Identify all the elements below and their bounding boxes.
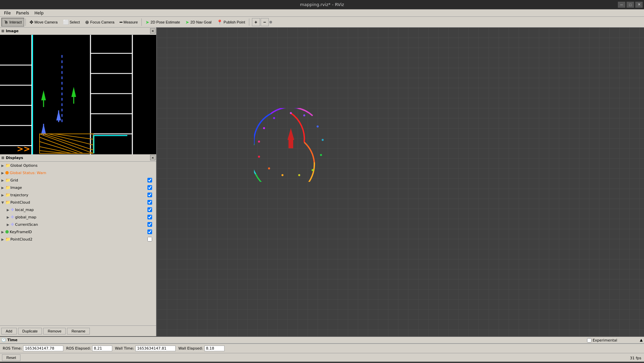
focus-camera-label: Focus Camera	[90, 20, 114, 24]
folder-icon-image: 📁	[5, 185, 10, 190]
svg-marker-48	[287, 128, 294, 140]
image-canvas: >>	[0, 35, 156, 154]
display-item-pointcloud2[interactable]: ▶ 📁 PointCloud2	[0, 236, 156, 243]
label-global-status: Global Status: Warn	[10, 171, 155, 175]
image-panel-grid-icon: ⊞	[1, 29, 4, 33]
folder-icon-global-options: 📁	[5, 163, 10, 168]
menu-file[interactable]: File	[1, 10, 13, 16]
pose-estimate-button[interactable]: ➤ 2D Pose Estimate	[143, 18, 182, 27]
time-panel-expand-icon[interactable]: ▲	[640, 338, 643, 342]
display-item-trajectory[interactable]: ▶ 📁 trajectory	[0, 191, 156, 199]
remove-button[interactable]: Remove	[43, 328, 66, 334]
display-item-global-options[interactable]: ▶ 📁 Global Options	[0, 162, 156, 169]
publish-point-button[interactable]: 📍 Publish Point	[214, 18, 247, 27]
window-controls: ─ □ ✕	[618, 2, 643, 8]
time-panel-title: Time	[7, 338, 17, 342]
expand-icon-global-options: ▶	[1, 164, 5, 167]
window-title: mapping.rviz* - RViz	[300, 2, 344, 7]
measure-icon: ━	[120, 19, 122, 25]
move-camera-button[interactable]: ✥ Move Camera	[27, 18, 60, 27]
focus-camera-icon: ⊕	[85, 19, 89, 25]
display-item-global-map[interactable]: ▶ ✤ global_map	[0, 213, 156, 221]
checkbox-trajectory[interactable]	[147, 193, 152, 197]
separator-2	[141, 18, 142, 26]
title-bar: mapping.rviz* - RViz ─ □ ✕	[0, 0, 644, 9]
ros-elapsed-label: ROS Elapsed:	[66, 346, 91, 351]
display-item-keyframeid[interactable]: ▶ KeyFrameID	[0, 228, 156, 236]
expand-icon-grid: ▶	[1, 178, 5, 182]
menu-panels[interactable]: Panels	[13, 10, 32, 16]
lidar-scan-display	[254, 108, 328, 182]
reset-button[interactable]: Reset	[2, 354, 20, 361]
checkbox-grid[interactable]	[147, 178, 152, 183]
bottom-bar: ROS Time: 1653634147.78 ROS Elapsed: 8.2…	[0, 344, 644, 353]
expand-icon-global-status: ▶	[1, 171, 5, 175]
status-bar: Reset 31 fps	[0, 353, 644, 362]
display-item-pointcloud[interactable]: ▼ 📁 PointCloud	[0, 199, 156, 206]
fps-display: 31 fps	[630, 356, 641, 360]
checkbox-local-map[interactable]	[147, 207, 152, 212]
displays-footer: Add Duplicate Remove Rename	[0, 325, 156, 336]
nav-goal-button[interactable]: ➤ 2D Nav Goal	[183, 18, 214, 27]
display-item-global-status[interactable]: ▶ Global Status: Warn	[0, 169, 156, 176]
expand-icon-global-map: ▶	[7, 215, 11, 219]
checkbox-keyframeid[interactable]	[147, 229, 152, 234]
svg-point-37	[317, 125, 319, 127]
display-item-image[interactable]: ▶ 📁 Image	[0, 184, 156, 191]
folder-icon-trajectory: 📁	[5, 193, 10, 197]
maximize-button[interactable]: □	[627, 2, 634, 8]
svg-point-47	[273, 117, 275, 119]
add-button[interactable]: Add	[1, 328, 17, 334]
close-button[interactable]: ✕	[635, 2, 643, 8]
displays-panel-grid-icon: ⊞	[1, 156, 4, 160]
checkbox-currentscan[interactable]	[147, 222, 152, 227]
label-image: Image	[10, 186, 147, 190]
select-icon: ⬜	[63, 19, 69, 25]
image-panel: ⊞ Image ✕	[0, 28, 156, 154]
experimental-field: Experimental	[587, 338, 617, 343]
rename-button[interactable]: Rename	[67, 328, 90, 334]
svg-point-45	[258, 141, 260, 143]
duplicate-button[interactable]: Duplicate	[18, 328, 42, 334]
checkbox-pointcloud[interactable]	[147, 200, 152, 205]
image-panel-close[interactable]: ✕	[150, 28, 155, 34]
displays-panel-close[interactable]: ✕	[150, 155, 155, 160]
label-pointcloud: PointCloud	[10, 200, 147, 205]
zoom-in-button[interactable]: +	[252, 18, 260, 26]
menu-help[interactable]: Help	[32, 10, 46, 16]
minimize-button[interactable]: ─	[618, 2, 625, 8]
folder-icon-grid: 📁	[5, 178, 10, 183]
select-button[interactable]: ⬜ Select	[61, 18, 82, 27]
checkbox-image[interactable]	[147, 185, 152, 190]
expand-icon-pointcloud2: ▶	[1, 238, 5, 241]
wall-elapsed-field: Wall Elapsed: 8.18	[178, 346, 224, 351]
select-label: Select	[70, 20, 80, 24]
expand-icon-trajectory: ▶	[1, 193, 5, 197]
expand-icon-currentscan: ▶	[7, 223, 11, 226]
folder-icon-pointcloud2: 📁	[5, 237, 10, 242]
display-item-local-map[interactable]: ▶ ✤ local_map	[0, 206, 156, 213]
display-item-currentscan[interactable]: ▶ ✤ CurrentScan	[0, 221, 156, 228]
3d-view-panel[interactable]	[157, 28, 644, 336]
svg-point-39	[320, 154, 322, 156]
status-icon-global-status	[5, 171, 9, 174]
interact-label: Interact	[9, 20, 22, 24]
folder-icon-pointcloud: 📁	[5, 200, 10, 205]
pose-estimate-label: 2D Pose Estimate	[150, 20, 180, 24]
ros-time-value: 1653634147.78	[23, 346, 63, 351]
checkbox-global-map[interactable]	[147, 215, 152, 219]
label-keyframeid: KeyFrameID	[10, 230, 147, 234]
zoom-out-button[interactable]: −	[261, 18, 269, 26]
svg-point-43	[268, 167, 270, 169]
focus-camera-button[interactable]: ⊕ Focus Camera	[83, 18, 117, 27]
pose-estimate-icon: ➤	[145, 19, 149, 25]
measure-button[interactable]: ━ Measure	[117, 18, 140, 27]
interact-button[interactable]: 🖱 Interact	[1, 18, 24, 27]
measure-label: Measure	[123, 20, 138, 24]
svg-point-46	[263, 127, 265, 129]
display-item-grid[interactable]: ▶ 📁 Grid	[0, 176, 156, 184]
nav-goal-icon: ➤	[185, 19, 189, 25]
road-scene-svg: >>	[0, 35, 156, 154]
expand-icon-local-map: ▶	[7, 208, 11, 212]
experimental-checkbox[interactable]	[587, 338, 591, 343]
